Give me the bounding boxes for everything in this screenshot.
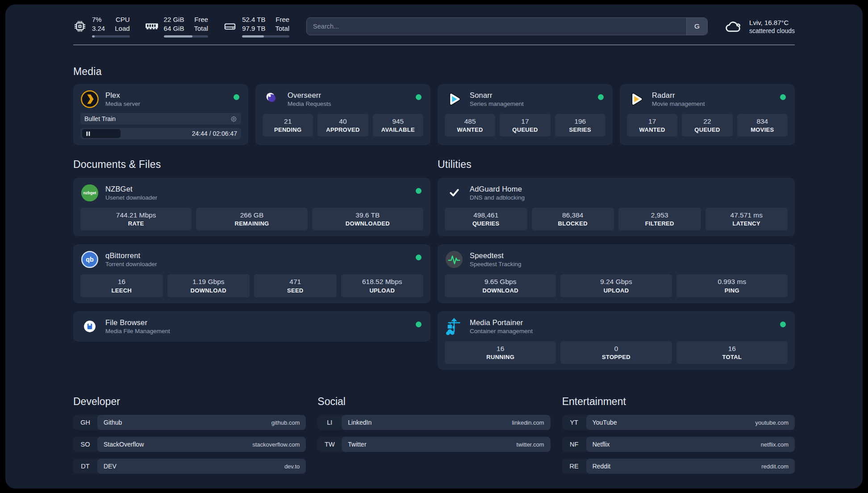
stat-block: 9.24 Gbps UPLOAD [560,274,672,297]
section-heading-media: Media [73,66,795,78]
stat-block: 21 PENDING [263,114,313,137]
stat-block: 47.571 ms LATENCY [705,208,788,230]
svg-text:qb: qb [86,256,94,263]
qbittorrent-icon: qb [80,250,99,269]
bookmark-item-linkedin[interactable]: LI LinkedIn linkedin.com [317,415,550,430]
bookmark-item-dev[interactable]: DT DEV dev.to [73,459,306,474]
memory-widget: 22 GiB 64 GiB Free Total [145,15,209,38]
service-stats: 744.21 Mbps RATE 266 GB REMAINING 39.6 T… [80,208,423,230]
dashboard-panel: 7% 3.24 CPU Load [5,4,863,489]
stat-label: RATE [82,220,190,227]
bookmark-group-entertainment: Entertainment YT YouTube youtube.com NF … [562,396,795,480]
stat-label: DOWNLOADED [314,220,421,227]
memory-icon [145,20,159,33]
section-utilities: Utilities AdGuard Home DNS and adblockin… [438,159,795,370]
stat-value: 40 [319,117,366,125]
service-card-qbittorrent[interactable]: qb qBittorrent Torrent downloader 16 LEE… [73,244,430,303]
status-online-dot [234,94,239,100]
stat-value: 16 [678,344,786,353]
service-title: Sonarr [470,91,524,100]
service-subtitle: Media File Management [105,328,170,334]
stat-block: 744.21 Mbps RATE [80,208,192,230]
bookmark-url: stackoverflow.com [252,441,300,448]
bookmarks-grid: Developer GH Github github.com SO StackO… [73,396,795,480]
stat-value: 22 [684,117,730,125]
bookmark-name: Reddit [593,463,610,470]
stat-label: WANTED [629,126,676,133]
stat-value: 196 [557,117,604,125]
stat-block: 945 AVAILABLE [373,114,423,137]
settings-gear-icon[interactable] [230,116,237,122]
search-provider-button[interactable]: G [686,18,707,35]
stat-block: 266 GB REMAINING [196,208,307,230]
disk-total-value: 97.9 TB [242,24,265,33]
status-online-dot [780,94,786,100]
service-card-sonarr[interactable]: Sonarr Series management 485 WANTED 17 Q… [438,84,613,145]
service-card-portainer[interactable]: Media Portainer Container management 16 … [438,311,795,370]
service-card-plex[interactable]: Plex Media server Bullet Train 24:44 / 0… [73,84,248,145]
bookmark-item-stackoverflow[interactable]: SO StackOverflow stackoverflow.com [73,437,306,452]
stat-label: MOVIES [739,126,786,133]
service-subtitle: Movie management [652,100,705,107]
adguard-icon [445,184,463,202]
stat-value: 471 [256,277,335,286]
filebrowser-icon [80,317,99,336]
stat-value: 1.19 Gbps [169,277,248,286]
status-online-dot [416,94,421,100]
memory-free-value: 22 GiB [164,15,184,24]
bookmark-abbr: YT [562,415,586,430]
stat-block: 40 APPROVED [317,114,368,137]
dashboard-frame: 7% 3.24 CPU Load [0,0,868,493]
search-input[interactable] [307,23,686,30]
bookmark-item-netflix[interactable]: NF Netflix netflix.com [562,437,795,452]
plex-icon [80,90,99,109]
disk-free-label: Free [275,15,289,24]
stat-block: 471 SEED [254,274,337,297]
now-playing-title: Bullet Train [84,115,116,122]
stat-block: 39.6 TB DOWNLOADED [312,208,423,230]
disk-free-value: 52.4 TB [242,15,265,24]
portainer-icon [445,317,463,336]
bookmark-item-github[interactable]: GH Github github.com [73,415,306,430]
service-card-nzbget[interactable]: nzbget NZBGet Usenet downloader 744.21 M… [73,178,430,236]
disk-widget: 52.4 TB 97.9 TB Free Total [223,15,289,38]
stat-label: LEECH [82,287,161,294]
stat-block: 1.19 Gbps DOWNLOAD [167,274,250,297]
service-card-overseerr[interactable]: Overseerr Media Requests 21 PENDING 40 A… [255,84,430,145]
stat-block: 86,384 BLOCKED [532,208,614,230]
stat-value: 498,461 [447,211,526,219]
cpu-load-label: Load [115,24,129,33]
cpu-icon [73,20,87,33]
service-title: Speedtest [470,251,522,260]
section-heading-utilities: Utilities [438,159,795,171]
stat-value: 266 GB [198,211,305,219]
stat-block: 485 WANTED [445,114,495,137]
status-online-dot [416,188,421,194]
stat-label: APPROVED [319,126,366,133]
service-subtitle: Media server [105,100,140,107]
bookmark-item-twitter[interactable]: TW Twitter twitter.com [317,437,550,452]
service-title: AdGuard Home [470,185,525,193]
stat-block: 16 LEECH [80,274,163,297]
bookmark-group-heading: Social [317,396,550,408]
stat-label: AVAILABLE [375,126,421,133]
memory-total-label: Total [194,24,208,33]
stat-label: PING [678,287,786,294]
service-title: File Browser [105,318,170,327]
service-title: qBittorrent [105,251,157,260]
cpu-label: CPU [115,15,129,24]
service-card-adguard[interactable]: AdGuard Home DNS and adblocking 498,461 … [438,178,795,236]
bookmark-item-youtube[interactable]: YT YouTube youtube.com [562,415,795,430]
bookmark-url: github.com [271,419,300,426]
service-stats: 21 PENDING 40 APPROVED 945 AVAILABLE [263,114,423,137]
bookmark-list: YT YouTube youtube.com NF Netflix netfli… [562,415,795,474]
service-icon-slot [445,250,463,269]
bookmark-item-reddit[interactable]: RE Reddit reddit.com [562,459,795,474]
service-card-filebrowser[interactable]: File Browser Media File Management [73,311,430,342]
service-card-speedtest[interactable]: Speedtest Speedtest Tracking 9.65 Gbps D… [438,244,795,303]
service-card-radarr[interactable]: Radarr Movie management 17 WANTED 22 QUE… [620,84,795,145]
bookmark-list: LI LinkedIn linkedin.com TW Twitter twit… [317,415,550,452]
service-stats: 16 LEECH 1.19 Gbps DOWNLOAD 471 SEED 618… [80,274,423,297]
stat-value: 945 [375,117,421,125]
service-stats: 16 RUNNING 0 STOPPED 16 TOTAL [445,341,788,364]
